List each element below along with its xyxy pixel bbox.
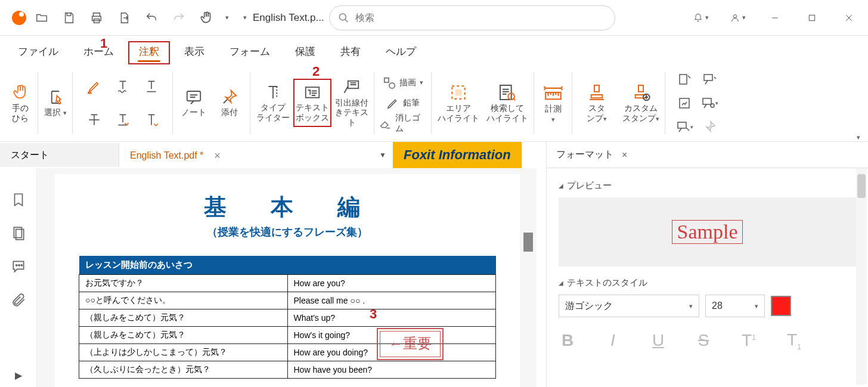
- select-tool-button[interactable]: 選択 ▾: [38, 64, 73, 141]
- search-input[interactable]: [355, 13, 606, 23]
- open-file-button[interactable]: [33, 10, 50, 26]
- tool-a-button[interactable]: [672, 68, 696, 91]
- font-family-select[interactable]: 游ゴシック▾: [559, 295, 699, 317]
- pages-button[interactable]: [11, 225, 26, 243]
- note-button[interactable]: ノート: [176, 88, 211, 117]
- tool-b-button[interactable]: [698, 68, 721, 91]
- ribbon-more-button[interactable]: ▾: [852, 131, 864, 143]
- export-button[interactable]: [116, 10, 132, 26]
- panel-scrollbar-thumb[interactable]: [857, 174, 866, 198]
- measure-button[interactable]: 計測▾: [534, 64, 572, 141]
- underline-squiggly-button[interactable]: [110, 71, 136, 102]
- custom-stamp-button[interactable]: カスタム スタンプ▾: [620, 83, 662, 122]
- tab-start[interactable]: スタート: [0, 143, 119, 167]
- search-box[interactable]: [329, 5, 615, 30]
- eraser-button[interactable]: 消しゴム: [379, 113, 427, 134]
- window-title: English Text.p...: [253, 12, 324, 24]
- search-highlight-icon: [498, 83, 517, 102]
- close-panel-icon[interactable]: ×: [622, 150, 627, 160]
- tool-c-button[interactable]: [672, 92, 696, 114]
- strike-format-button[interactable]: S: [695, 331, 712, 350]
- close-window-button[interactable]: [837, 6, 861, 30]
- close-tab-icon[interactable]: ×: [214, 150, 221, 162]
- superscript-button[interactable]: T1: [740, 331, 758, 350]
- underline-button[interactable]: [138, 71, 165, 102]
- quick-access-dropdown[interactable]: ▾: [243, 14, 247, 21]
- subscript-button[interactable]: T1: [785, 330, 803, 351]
- search-highlight-button[interactable]: 検索して ハイライト: [484, 83, 531, 122]
- bookmarks-button[interactable]: [11, 192, 26, 210]
- notifications-button[interactable]: ▾: [689, 6, 713, 30]
- titlebar: ▾ ▾ English Text.p... ▾ ▾: [0, 0, 868, 36]
- print-button[interactable]: [88, 10, 105, 26]
- account-button[interactable]: ▾: [726, 6, 750, 30]
- minimize-button[interactable]: [763, 6, 787, 30]
- undo-button[interactable]: [143, 10, 160, 26]
- insert-text-button[interactable]: [138, 104, 165, 135]
- misc-tools-group: ▾ ▾: [665, 64, 728, 141]
- area-highlight-icon: [449, 83, 468, 102]
- save-button[interactable]: [61, 10, 78, 26]
- tab-share[interactable]: 共有: [330, 41, 371, 64]
- bold-button[interactable]: B: [559, 331, 576, 350]
- callout-icon: [343, 79, 361, 97]
- panel-scrollbar-track: [856, 168, 867, 385]
- attachments-button[interactable]: [11, 292, 26, 310]
- comments-button[interactable]: [11, 259, 26, 277]
- tab-protect[interactable]: 保護: [284, 41, 326, 64]
- svg-rect-17: [704, 75, 712, 81]
- svg-rect-8: [385, 78, 389, 82]
- text-style-section-label[interactable]: テキストのスタイル: [559, 277, 856, 289]
- font-color-swatch[interactable]: [771, 296, 791, 316]
- highlight-button[interactable]: [81, 71, 107, 102]
- hand-tool-button[interactable]: 手の ひら: [2, 64, 38, 141]
- scroll-indicator[interactable]: [523, 233, 533, 252]
- svg-point-2: [339, 13, 346, 20]
- tool-d-button[interactable]: ▾: [698, 92, 721, 114]
- stamp-button[interactable]: スタ ンプ▾: [576, 83, 618, 122]
- svg-rect-19: [703, 98, 711, 104]
- touch-mode-button[interactable]: [198, 10, 215, 26]
- format-tab-label[interactable]: フォーマット: [556, 148, 613, 161]
- attach-button[interactable]: 添付: [212, 88, 247, 117]
- svg-point-9: [389, 83, 395, 88]
- tool-f-button[interactable]: [698, 116, 721, 138]
- doc-subtitle: （授業を快適にするフレーズ集）: [79, 225, 496, 239]
- maximize-button[interactable]: [800, 6, 824, 30]
- document-area[interactable]: 基 本 編 （授業を快適にするフレーズ集） レッスン開始前のあいさつ お元気です…: [37, 168, 537, 387]
- expand-sidebar-button[interactable]: ▶: [15, 370, 22, 381]
- note-icon: [185, 88, 203, 106]
- tab-help[interactable]: ヘルプ: [375, 41, 427, 64]
- svg-rect-12: [500, 85, 512, 100]
- strikeout-button[interactable]: [81, 104, 107, 135]
- menubar: ファイル ホーム 注釈 表示 フォーム 保護 共有 ヘルプ: [0, 36, 868, 64]
- tab-comment[interactable]: 注釈: [128, 41, 170, 64]
- typewriter-button[interactable]: タイプ ライター: [254, 79, 292, 126]
- pencil-button[interactable]: 鉛筆: [386, 93, 420, 113]
- tab-form[interactable]: フォーム: [219, 41, 281, 64]
- tab-menu-dropdown[interactable]: ▼: [379, 151, 386, 159]
- tab-view[interactable]: 表示: [173, 41, 215, 64]
- textbox-button[interactable]: テキスト ボックス: [293, 79, 331, 126]
- svg-point-26: [21, 265, 22, 266]
- font-size-select[interactable]: 28▾: [705, 295, 765, 317]
- preview-section-label[interactable]: プレビュー: [559, 180, 856, 191]
- tab-document[interactable]: English Text.pdf * ×: [119, 143, 231, 167]
- underline-format-button[interactable]: U: [649, 331, 667, 350]
- callout-button[interactable]: 引出線付 きテキスト: [333, 79, 371, 126]
- replace-text-button[interactable]: [110, 104, 136, 135]
- area-highlight-button[interactable]: エリア ハイライト: [435, 83, 482, 122]
- touch-dropdown-icon[interactable]: ▾: [225, 14, 229, 21]
- drawing-group: 描画 ▾ 鉛筆 消しゴム: [374, 64, 432, 141]
- tab-file[interactable]: ファイル: [7, 41, 69, 64]
- text-tools-group: タイプ ライター テキスト ボックス 引出線付 きテキスト: [250, 64, 374, 141]
- tab-home[interactable]: ホーム: [73, 41, 125, 64]
- textbox-icon: [303, 83, 321, 101]
- tool-e-button[interactable]: ▾: [672, 116, 696, 138]
- textbox-annotation[interactable]: ←重要: [377, 328, 444, 360]
- ribbon: 手の ひら 選択 ▾ ノート 添付: [0, 64, 868, 142]
- redo-button[interactable]: [170, 10, 187, 26]
- preview-sample: Sample: [672, 220, 743, 244]
- shapes-button[interactable]: 描画 ▾: [383, 73, 423, 93]
- italic-button[interactable]: I: [604, 331, 622, 350]
